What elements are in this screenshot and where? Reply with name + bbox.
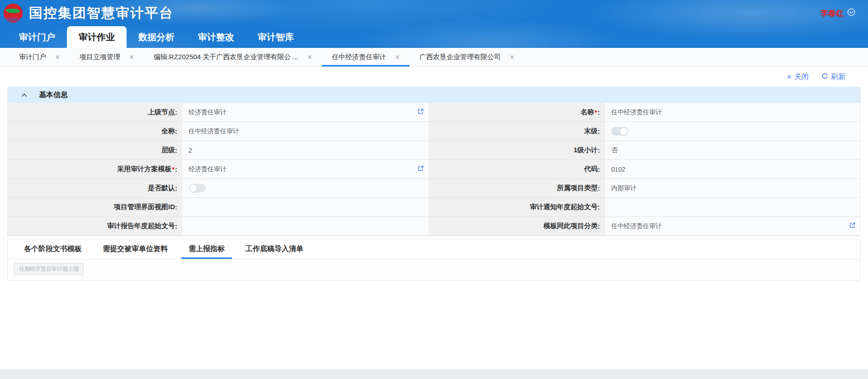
field-template-category[interactable]: 任中经济责任审计 xyxy=(605,217,860,236)
basic-info-card: 基本信息 上级节点: 经济责任审计 名称*: 任中经济责任审计 全称: 任中经济… xyxy=(7,87,861,236)
tab-guangxi-nongken[interactable]: 广西农垦企业管理有限公司 × xyxy=(410,48,524,66)
field-audit-plan-template[interactable]: 经济责任审计 xyxy=(182,160,429,179)
detail-tabs-card: 各个阶段文书模板 需提交被审单位资料 需上报指标 工作底稿导入清单 任期经济责任… xyxy=(7,239,861,281)
close-icon[interactable]: × xyxy=(395,53,400,62)
tab-midterm-economic-audit[interactable]: 任中经济责任审计 × xyxy=(322,48,410,66)
close-icon[interactable]: × xyxy=(129,53,134,62)
field-name[interactable]: 任中经济责任审计 xyxy=(605,103,860,122)
close-page-button[interactable]: × 关闭 xyxy=(787,72,809,82)
tab-indicators-to-report[interactable]: 需上报指标 xyxy=(181,239,232,259)
nav-item-audit-work[interactable]: 审计作业 xyxy=(67,26,127,48)
tab-stage-document-templates[interactable]: 各个阶段文书模板 xyxy=(17,239,89,259)
close-icon[interactable]: × xyxy=(55,53,60,62)
tab-content: 任期经济责任审计需上报 xyxy=(8,259,860,281)
close-icon[interactable]: × xyxy=(510,53,514,62)
tab-required-auditee-materials[interactable]: 需提交被审单位资料 xyxy=(95,239,175,259)
label-level1-subtotal: 1级小计: xyxy=(429,141,605,160)
field-level[interactable]: 2 xyxy=(182,141,429,160)
page-tabbar: 审计门户 × 项目立项管理 × 编辑:RZ202504 关于广西农垦企业管理有限… xyxy=(0,48,868,67)
app-title: 国控集团智慧审计平台 xyxy=(29,4,174,23)
refresh-icon xyxy=(821,73,828,81)
user-menu[interactable]: 李春红 xyxy=(821,8,855,19)
field-is-default[interactable] xyxy=(182,179,429,198)
label-is-default: 是否默认: xyxy=(8,179,182,198)
tab-edit-rz202504[interactable]: 编辑:RZ202504 关于广西农垦企业管理有限公 ... × xyxy=(144,48,322,66)
label-audit-plan-template: 采用审计方案模板*: xyxy=(8,160,182,179)
external-link-icon[interactable] xyxy=(849,222,856,230)
app-header: 国控集团智慧审计平台 李春红 审计门户 审计作业 数据分析 审计整改 审计智库 xyxy=(0,0,868,48)
detail-tabs: 各个阶段文书模板 需提交被审单位资料 需上报指标 工作底稿导入清单 xyxy=(8,239,860,259)
label-project-type: 所属项目类型: xyxy=(429,179,605,198)
field-code[interactable]: 0102 xyxy=(605,160,860,179)
company-logo-icon xyxy=(4,4,23,23)
external-link-icon[interactable] xyxy=(417,108,424,117)
tab-project-initiation[interactable]: 项目立项管理 × xyxy=(70,48,144,66)
close-icon: × xyxy=(787,73,792,81)
label-report-doc-no: 审计报告年度起始文号: xyxy=(8,217,182,236)
page-actions: × 关闭 刷新 xyxy=(0,67,868,87)
basic-info-header[interactable]: 基本信息 xyxy=(8,87,860,103)
field-project-type[interactable]: 内部审计 xyxy=(605,179,860,198)
label-name: 名称*: xyxy=(429,103,605,122)
collapse-caret-icon[interactable] xyxy=(21,93,27,97)
page-background xyxy=(0,281,868,370)
footer-strip xyxy=(0,370,868,379)
report-required-tag[interactable]: 任期经济责任审计需上报 xyxy=(14,263,84,275)
basic-info-form: 上级节点: 经济责任审计 名称*: 任中经济责任审计 全称: 任中经济责任审计 … xyxy=(8,103,860,236)
section-title: 基本信息 xyxy=(39,90,68,100)
label-template-category: 模板同此项目分类: xyxy=(429,217,605,236)
tab-audit-portal[interactable]: 审计门户 × xyxy=(9,48,70,66)
tab-working-paper-import-list[interactable]: 工作底稿导入清单 xyxy=(238,239,311,259)
nav-item-audit-portal[interactable]: 审计门户 xyxy=(7,26,67,48)
label-leaf-level: 末级: xyxy=(429,122,605,141)
label-parent-node: 上级节点: xyxy=(8,103,182,122)
label-level: 层级: xyxy=(8,141,182,160)
external-link-icon[interactable] xyxy=(417,165,424,173)
field-leaf-level[interactable] xyxy=(605,122,860,141)
field-level1-subtotal[interactable]: 否 xyxy=(605,141,860,160)
label-notice-doc-no: 审计通知年度起始文号: xyxy=(429,198,605,217)
field-report-doc-no[interactable] xyxy=(182,217,429,236)
label-code: 代码: xyxy=(429,160,605,179)
nav-item-audit-knowledge[interactable]: 审计智库 xyxy=(246,26,306,48)
is-default-toggle[interactable] xyxy=(189,184,206,192)
chevron-down-circle-icon[interactable] xyxy=(847,8,855,18)
leaf-level-toggle[interactable] xyxy=(611,127,628,136)
close-icon[interactable]: × xyxy=(307,53,312,62)
field-full-name[interactable]: 任中经济责任审计 xyxy=(182,122,429,141)
refresh-page-button[interactable]: 刷新 xyxy=(821,72,845,82)
label-full-name: 全称: xyxy=(8,122,182,141)
field-notice-doc-no[interactable] xyxy=(605,198,860,217)
nav-item-data-analysis[interactable]: 数据分析 xyxy=(127,26,186,48)
nav-item-audit-rectify[interactable]: 审计整改 xyxy=(186,26,246,48)
label-pm-view-id: 项目管理界面视图ID: xyxy=(8,198,182,217)
field-pm-view-id[interactable] xyxy=(182,198,429,217)
field-parent-node[interactable]: 经济责任审计 xyxy=(182,103,429,122)
main-nav: 审计门户 审计作业 数据分析 审计整改 审计智库 xyxy=(0,26,868,48)
user-name[interactable]: 李春红 xyxy=(821,8,844,19)
